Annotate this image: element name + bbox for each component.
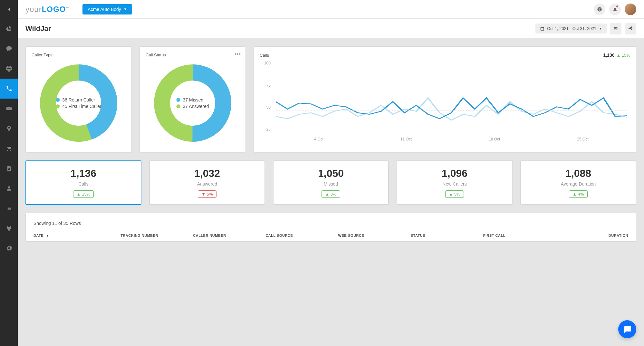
- client-dropdown-label: Acme Auto Body: [88, 7, 121, 12]
- sidebar-item-list[interactable]: [0, 198, 18, 218]
- sidebar-item-integrations[interactable]: [0, 218, 18, 238]
- legend-item: 37 Missed: [177, 97, 209, 102]
- table-header[interactable]: TRACKING NUMBER: [120, 234, 193, 237]
- legend-label: 45 First Time Caller: [62, 104, 101, 109]
- stat-card-average-duration[interactable]: 1,088Average Duration▲ 4%: [520, 160, 636, 205]
- list-icon: [6, 205, 12, 212]
- y-tick: 50: [260, 105, 271, 110]
- sliders-icon: [613, 26, 618, 31]
- client-dropdown[interactable]: Acme Auto Body ▼: [82, 4, 132, 14]
- gear-icon: [6, 245, 12, 252]
- table-showing-text: Showing 11 of 35 Rows: [34, 221, 628, 226]
- stat-card-answered[interactable]: 1,032Answered▼ 5%: [149, 160, 265, 205]
- y-tick: 100: [260, 61, 271, 65]
- sort-icon: ▼: [46, 234, 49, 237]
- sidebar-item-reports[interactable]: [0, 19, 18, 39]
- sub-header: WildJar Oct 1, 2021 - Oct 31, 2021 ▼: [18, 19, 644, 39]
- question-icon: [597, 7, 602, 12]
- chat-fab[interactable]: [618, 320, 636, 338]
- calendar-icon: [540, 26, 544, 31]
- user-avatar[interactable]: [625, 4, 636, 15]
- legend-item: 37 Answered: [177, 104, 209, 109]
- stat-label: Average Duration: [527, 181, 629, 187]
- filters-button[interactable]: [610, 23, 621, 34]
- sidebar-item-ecommerce[interactable]: [0, 139, 18, 159]
- card-more-button[interactable]: •••: [235, 51, 241, 57]
- notification-dot: [616, 5, 618, 7]
- brand-logo: yourLOGO™: [25, 5, 69, 14]
- stat-card-calls[interactable]: 1,136Calls▲ 15%: [25, 160, 141, 205]
- sidebar-item-calls[interactable]: [0, 79, 18, 99]
- cart-icon: [6, 145, 12, 152]
- x-tick: 18 Oct: [489, 137, 500, 145]
- legend-label: 37 Answered: [183, 104, 209, 109]
- table-header[interactable]: DURATION: [556, 234, 628, 237]
- table-header[interactable]: CALL SOURCE: [265, 234, 338, 237]
- calls-table-card: Showing 11 of 35 Rows DATE ▼TRACKING NUM…: [25, 213, 636, 242]
- map-pin-icon: [6, 125, 12, 132]
- sidebar-item-goals[interactable]: [0, 59, 18, 79]
- stat-card-missed[interactable]: 1,050Missed▲ 3%: [273, 160, 389, 205]
- call-status-legend: 37 Missed 37 Answered: [177, 96, 209, 110]
- caret-down-icon: ▼: [599, 27, 602, 30]
- x-tick: 11 Oct: [400, 137, 412, 145]
- legend-dot: [56, 98, 60, 102]
- table-header[interactable]: CALLER NUMBER: [193, 234, 265, 237]
- legend-item: 36 Return Caller: [56, 97, 101, 102]
- sidebar-item-files[interactable]: [0, 159, 18, 178]
- x-tick: 25 Oct: [577, 137, 588, 145]
- table-header[interactable]: WEB SOURCE: [338, 234, 411, 237]
- caller-type-legend: 36 Return Caller 45 First Time Caller: [56, 96, 101, 110]
- sidebar-item-settings[interactable]: [0, 238, 18, 258]
- legend-dot: [177, 104, 180, 108]
- legend-label: 36 Return Caller: [62, 97, 95, 102]
- caller-type-title: Caller Type: [32, 53, 126, 57]
- calls-line-chart: 100755025 4 Oct11 Oct18 Oct25 Oct: [260, 58, 630, 145]
- brand-tm: ™: [66, 6, 69, 10]
- phone-icon: [6, 85, 12, 92]
- user-icon: [6, 185, 12, 192]
- calls-chart-total: 1,136: [603, 53, 614, 58]
- y-tick: 75: [260, 83, 271, 88]
- chat-icon: [6, 45, 12, 52]
- stat-value: 1,050: [280, 168, 382, 179]
- legend-dot: [177, 98, 180, 102]
- sidebar-back-button[interactable]: [0, 0, 18, 19]
- table-header[interactable]: FIRST CALL: [483, 234, 556, 237]
- sidebar: [0, 0, 18, 346]
- stat-card-new-callers[interactable]: 1,096New Callers▲ 5%: [397, 160, 513, 205]
- brand-logo-text: LOGO: [42, 5, 66, 14]
- bell-icon: [612, 7, 618, 12]
- legend-label: 37 Missed: [183, 97, 204, 102]
- date-range-picker[interactable]: Oct 1, 2021 - Oct 31, 2021 ▼: [535, 24, 607, 34]
- stat-delta: ▼ 5%: [198, 190, 216, 198]
- sidebar-item-chat[interactable]: [0, 39, 18, 59]
- gridline: [276, 61, 627, 61]
- table-header[interactable]: DATE ▼: [34, 234, 120, 237]
- stat-value: 1,096: [404, 168, 505, 179]
- call-status-card: Call Status ••• 37 Missed: [139, 46, 246, 153]
- stat-delta: ▲ 3%: [322, 190, 340, 198]
- call-status-title: Call Status: [146, 53, 240, 57]
- sidebar-item-users[interactable]: [0, 178, 18, 198]
- gridline: [276, 135, 627, 135]
- gridline: [276, 110, 627, 111]
- plug-icon: [6, 225, 12, 232]
- notifications-button[interactable]: [609, 4, 621, 15]
- y-tick: 25: [260, 127, 271, 132]
- sidebar-item-location[interactable]: [0, 119, 18, 139]
- table-header[interactable]: STATUS: [411, 234, 483, 237]
- sidebar-item-email[interactable]: [0, 99, 18, 119]
- date-range-label: Oct 1, 2021 - Oct 31, 2021: [547, 26, 596, 31]
- calls-chart-card: Calls 1,136 ▲ 15% 100755025 4 Oct11 Oct1…: [254, 46, 636, 153]
- stat-value: 1,136: [33, 168, 134, 179]
- line-series-previous: [276, 98, 627, 120]
- caller-type-card: Caller Type 36 Return Caller: [25, 46, 132, 153]
- brand-your: your: [25, 5, 42, 14]
- stat-label: Missed: [280, 181, 382, 187]
- help-button[interactable]: [594, 4, 605, 15]
- gridline: [276, 86, 627, 86]
- divider: [76, 5, 76, 14]
- line-series-current: [276, 98, 627, 119]
- share-button[interactable]: [625, 23, 636, 34]
